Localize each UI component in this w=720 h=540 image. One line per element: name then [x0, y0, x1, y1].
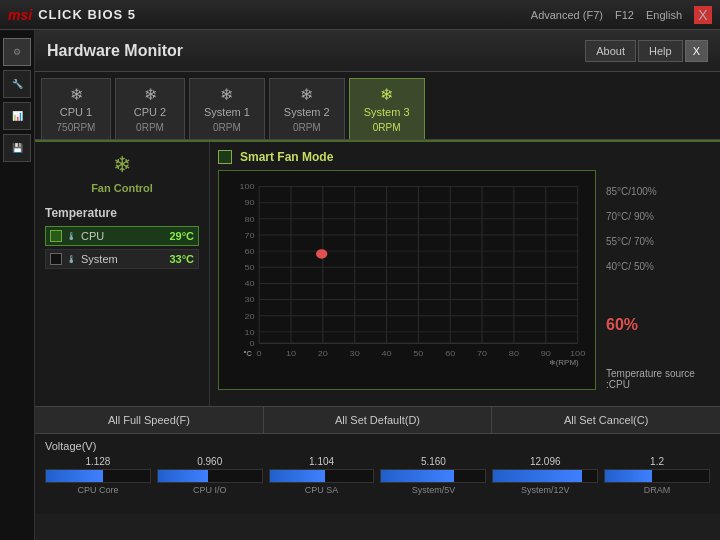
main-content: Hardware Monitor About Help X ❄ CPU 1 75… — [35, 30, 720, 540]
cpu-io-fill — [158, 470, 208, 482]
about-button[interactable]: About — [585, 40, 636, 62]
voltage-item-cpu-core: 1.128 CPU Core — [45, 456, 151, 495]
cpu2-icon: ❄ — [144, 85, 157, 104]
cpu-core-value: 1.128 — [85, 456, 110, 467]
fan-control-area: ❄ Fan Control — [91, 152, 153, 194]
system3-icon: ❄ — [380, 85, 393, 104]
sidebar-item-3[interactable]: 📊 — [3, 102, 31, 130]
svg-text:50: 50 — [413, 348, 423, 357]
chart-area: Smart Fan Mode — [210, 142, 720, 406]
svg-text:30: 30 — [350, 348, 360, 357]
action-bar: All Full Speed(F) All Set Default(D) All… — [35, 406, 720, 434]
sidebar-item-2[interactable]: 🔧 — [3, 70, 31, 98]
cpu-sa-name: CPU SA — [305, 485, 339, 495]
tab-cpu1[interactable]: ❄ CPU 1 750RPM — [41, 78, 111, 139]
svg-text:40: 40 — [381, 348, 391, 357]
svg-text:100: 100 — [570, 348, 586, 357]
cpu1-speed: 750RPM — [57, 122, 96, 133]
system3-speed: 0RPM — [373, 122, 401, 133]
fan-icon: ❄ — [113, 152, 131, 178]
close-button[interactable]: X — [685, 40, 708, 62]
cpu-io-bar — [157, 469, 263, 483]
sys12v-bar — [492, 469, 598, 483]
tab-system2[interactable]: ❄ System 2 0RPM — [269, 78, 345, 139]
smart-fan-header: Smart Fan Mode — [218, 150, 712, 164]
top-close-button[interactable]: X — [694, 6, 712, 24]
top-right-controls: Advanced (F7) F12 English X — [531, 6, 712, 24]
voltage-item-cpu-io: 0.960 CPU I/O — [157, 456, 263, 495]
svg-text:❄(RPM): ❄(RPM) — [549, 359, 578, 367]
sys5v-fill — [381, 470, 454, 482]
voltage-item-sys5v: 5.160 System/5V — [380, 456, 486, 495]
content-area: ❄ Fan Control Temperature 🌡 CPU 29°C 🌡 — [35, 142, 720, 406]
cpu2-label: CPU 2 — [134, 106, 166, 118]
header-bar: Hardware Monitor About Help X — [35, 30, 720, 72]
curve-point[interactable] — [316, 249, 327, 259]
label-85c: 85°C/100% — [606, 186, 712, 197]
sys5v-bar — [380, 469, 486, 483]
cpu-temp-icon: 🌡 — [66, 230, 77, 242]
cpu-core-name: CPU Core — [77, 485, 118, 495]
temp-source-label: Temperature source — [606, 368, 712, 379]
svg-text:0: 0 — [250, 339, 255, 348]
bios-title: CLICK BIOS 5 — [38, 7, 136, 22]
voltage-bars: 1.128 CPU Core 0.960 CPU I/O 1.104 — [45, 456, 710, 495]
smart-fan-checkbox[interactable] — [218, 150, 232, 164]
tab-system3[interactable]: ❄ System 3 0RPM — [349, 78, 425, 139]
help-button[interactable]: Help — [638, 40, 683, 62]
cpu1-icon: ❄ — [70, 85, 83, 104]
voltage-item-sys12v: 12.096 System/12V — [492, 456, 598, 495]
temp-source-value: :CPU — [606, 379, 712, 390]
set-default-button[interactable]: All Set Default(D) — [264, 407, 493, 433]
full-speed-button[interactable]: All Full Speed(F) — [35, 407, 264, 433]
chart-wrapper: 100 90 80 70 60 50 40 30 20 10 0 — [218, 170, 596, 390]
temp-row-cpu[interactable]: 🌡 CPU 29°C — [45, 226, 199, 246]
tab-system1[interactable]: ❄ System 1 0RPM — [189, 78, 265, 139]
dram-name: DRAM — [644, 485, 671, 495]
label-40c: 40°C/ 50% — [606, 261, 712, 272]
cpu-io-value: 0.960 — [197, 456, 222, 467]
sys5v-name: System/5V — [412, 485, 456, 495]
msi-logo: msi — [8, 7, 32, 23]
mode-label: Advanced (F7) — [531, 9, 603, 21]
system1-label: System 1 — [204, 106, 250, 118]
system2-speed: 0RPM — [293, 122, 321, 133]
svg-text:90: 90 — [244, 198, 254, 207]
language-label[interactable]: English — [646, 9, 682, 21]
sys12v-name: System/12V — [521, 485, 570, 495]
tab-row-wrap: ❄ CPU 1 750RPM ❄ CPU 2 0RPM ❄ System 1 0… — [35, 72, 720, 142]
set-cancel-button[interactable]: All Set Cancel(C) — [492, 407, 720, 433]
smart-fan-label: Smart Fan Mode — [240, 150, 333, 164]
system1-speed: 0RPM — [213, 122, 241, 133]
cpu-temp-value: 29°C — [169, 230, 194, 242]
sidebar-item-main[interactable]: ⚙ — [3, 38, 31, 66]
system1-icon: ❄ — [220, 85, 233, 104]
cpu-sa-bar — [269, 469, 375, 483]
fan-curve-chart[interactable]: 100 90 80 70 60 50 40 30 20 10 0 — [225, 177, 589, 367]
system-temp-value: 33°C — [169, 253, 194, 265]
system-temp-icon: 🌡 — [66, 253, 77, 265]
system-temp-name: System — [81, 253, 165, 265]
svg-text:10: 10 — [286, 348, 296, 357]
system2-icon: ❄ — [300, 85, 313, 104]
sidebar-item-4[interactable]: 💾 — [3, 134, 31, 162]
voltage-item-cpu-sa: 1.104 CPU SA — [269, 456, 375, 495]
temp-row-system[interactable]: 🌡 System 33°C — [45, 249, 199, 269]
cpu1-label: CPU 1 — [60, 106, 92, 118]
cpu2-speed: 0RPM — [136, 122, 164, 133]
top-bar: msi CLICK BIOS 5 Advanced (F7) F12 Engli… — [0, 0, 720, 30]
label-55c: 55°C/ 70% — [606, 236, 712, 247]
cpu-checkbox[interactable] — [50, 230, 62, 242]
system3-label: System 3 — [364, 106, 410, 118]
tab-cpu2[interactable]: ❄ CPU 2 0RPM — [115, 78, 185, 139]
logo: msi CLICK BIOS 5 — [8, 7, 136, 23]
sys5v-value: 5.160 — [421, 456, 446, 467]
dram-fill — [605, 470, 652, 482]
cpu-core-fill — [46, 470, 103, 482]
system-checkbox[interactable] — [50, 253, 62, 265]
voltage-section: Voltage(V) 1.128 CPU Core 0.960 CPU I/O — [35, 434, 720, 514]
svg-text:70: 70 — [244, 231, 254, 240]
f12-label[interactable]: F12 — [615, 9, 634, 21]
svg-text:90: 90 — [541, 348, 551, 357]
chart-with-legend: 100 90 80 70 60 50 40 30 20 10 0 — [218, 170, 712, 390]
